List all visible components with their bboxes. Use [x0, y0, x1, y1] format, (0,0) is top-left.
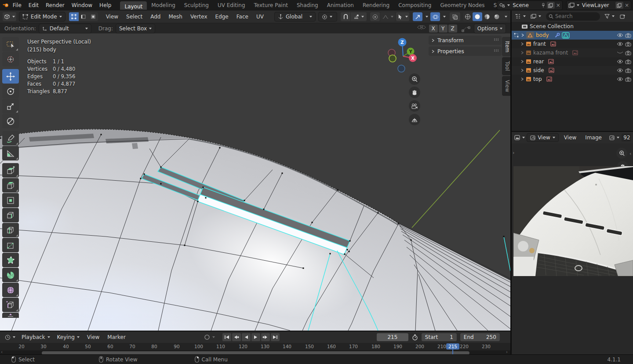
tool-transform[interactable]: [2, 114, 19, 128]
object-name[interactable]: rear: [533, 58, 544, 65]
outliner-filter-dropdown[interactable]: [602, 12, 616, 21]
shading-wireframe-button[interactable]: [463, 12, 473, 21]
next-keyframe-button[interactable]: [261, 333, 270, 341]
expand-chevron-icon[interactable]: [520, 51, 524, 55]
outliner-row-kazama-front[interactable]: kazama front: [512, 48, 633, 57]
menu-render[interactable]: Render: [42, 2, 68, 8]
shading-rendered-button[interactable]: [492, 12, 502, 21]
editmode-mesh-data-icon[interactable]: [562, 32, 570, 39]
perspective-toggle-button[interactable]: [409, 114, 420, 125]
tab-animation[interactable]: Animation: [323, 0, 358, 10]
object-name[interactable]: kazama front: [533, 50, 568, 56]
shading-material-button[interactable]: [482, 12, 492, 21]
tool-move[interactable]: [2, 69, 19, 84]
reference-image[interactable]: [513, 166, 633, 276]
sidebar-tab-item[interactable]: Item: [502, 37, 510, 56]
tab-scripting[interactable]: S: [489, 0, 497, 10]
pivot-point-dropdown[interactable]: [318, 12, 337, 22]
proportional-falloff-dropdown[interactable]: [380, 12, 395, 21]
vertex-select-mode-button[interactable]: [69, 12, 79, 21]
gizmo-neg-z[interactable]: [398, 65, 405, 72]
snap-toggle[interactable]: [341, 12, 350, 21]
jump-to-end-button[interactable]: [271, 333, 280, 341]
render-camera-icon[interactable]: [625, 33, 631, 38]
tab-uv-editing[interactable]: UV Editing: [213, 0, 250, 10]
object-name[interactable]: frant: [533, 41, 546, 47]
tool-loop-cut[interactable]: [2, 223, 19, 237]
auto-keying-toggle[interactable]: [204, 334, 210, 340]
object-name[interactable]: body: [536, 32, 549, 38]
tool-rotate[interactable]: [2, 84, 19, 98]
visibility-eye-icon[interactable]: [617, 77, 623, 81]
menu-image-image[interactable]: Image: [582, 135, 605, 141]
collection-name[interactable]: Scene Collection: [530, 23, 574, 29]
visibility-eye-icon[interactable]: [617, 68, 623, 73]
tool-spin[interactable]: [2, 268, 19, 282]
tab-shading[interactable]: Shading: [292, 0, 323, 10]
tool-add-cube[interactable]: [2, 163, 19, 178]
tool-shrink-fatten[interactable]: [2, 313, 19, 318]
drag-mode-dropdown[interactable]: Select Box: [116, 24, 155, 33]
viewlayer-name[interactable]: ViewLayer: [582, 2, 614, 8]
scene-name[interactable]: Scene: [513, 2, 541, 8]
image-datablock-dropdown[interactable]: [609, 133, 620, 142]
outliner-display-mode-dropdown[interactable]: [529, 12, 543, 21]
expand-chevron-icon[interactable]: [520, 42, 524, 46]
xray-toggle[interactable]: [450, 12, 460, 21]
sidebar-tab-view[interactable]: View: [502, 76, 510, 96]
render-camera-icon[interactable]: [625, 59, 631, 64]
mode-dropdown[interactable]: Edit Mode: [19, 12, 66, 22]
menu-view3d-mesh[interactable]: Mesh: [165, 14, 186, 20]
timeline-ruler[interactable]: 20 30 40 50 60 70 80 90 100 110 120 130 …: [0, 343, 510, 350]
menu-window[interactable]: Window: [68, 2, 96, 8]
tab-sculpting[interactable]: Sculpting: [180, 0, 213, 10]
expand-chevron-icon[interactable]: [520, 69, 524, 72]
tool-poly-build[interactable]: [2, 253, 19, 267]
tab-geometry-nodes[interactable]: Geometry Nodes: [436, 0, 489, 10]
region-toggle-arrow[interactable]: ›: [513, 150, 514, 156]
search-input[interactable]: [553, 12, 597, 20]
visibility-eye-icon[interactable]: [617, 59, 623, 64]
current-frame-field[interactable]: 215: [377, 333, 408, 341]
unlink-scene-button[interactable]: ×: [556, 2, 560, 8]
modifier-wrench-icon[interactable]: [554, 33, 560, 38]
timeline-marker-menu[interactable]: Marker: [104, 334, 129, 340]
image-data-icon[interactable]: [546, 76, 552, 82]
new-viewlayer-button[interactable]: [615, 2, 623, 9]
autokey-dropdown[interactable]: [212, 336, 215, 338]
tool-smooth[interactable]: [2, 283, 19, 297]
zoom-tool-button[interactable]: [409, 73, 420, 85]
menu-help[interactable]: Help: [96, 2, 115, 8]
outliner-row-rear[interactable]: rear: [512, 57, 633, 66]
blender-logo-icon[interactable]: [3, 2, 9, 9]
prev-keyframe-button[interactable]: [232, 333, 241, 341]
menu-view3d-edge[interactable]: Edge: [212, 14, 232, 20]
visibility-eye-icon[interactable]: [617, 33, 623, 37]
tool-cursor[interactable]: [2, 52, 19, 66]
tab-texture-paint[interactable]: Texture Paint: [250, 0, 292, 10]
expand-chevron-icon[interactable]: [521, 33, 524, 37]
tool-bevel[interactable]: [2, 208, 19, 222]
snap-with-dropdown[interactable]: [351, 12, 367, 21]
panel-transform[interactable]: Transform: [429, 36, 502, 45]
navigation-gizmo[interactable]: Z Y X: [385, 37, 422, 74]
menu-view3d-vertex[interactable]: Vertex: [187, 14, 211, 20]
overlays-dropdown[interactable]: [440, 12, 446, 21]
outliner-row-top[interactable]: top: [512, 75, 633, 84]
frame-end-field[interactable]: End250: [460, 333, 500, 341]
tab-modeling[interactable]: Modeling: [147, 0, 180, 10]
tool-measure[interactable]: [2, 146, 19, 160]
image-mode-dropdown[interactable]: View: [527, 133, 558, 142]
tool-inset-faces[interactable]: [2, 193, 19, 207]
tool-select-box[interactable]: [2, 37, 19, 51]
new-collection-button[interactable]: [618, 12, 627, 21]
tab-rendering[interactable]: Rendering: [358, 0, 394, 10]
viewlayer-icon[interactable]: [568, 3, 575, 8]
timeline-editor-type-button[interactable]: [3, 333, 18, 342]
pin-icon[interactable]: [541, 3, 546, 8]
menu-edit[interactable]: Edit: [25, 2, 42, 8]
outliner-row-side[interactable]: side: [512, 66, 633, 75]
tab-layout[interactable]: Layout: [120, 1, 147, 10]
object-name[interactable]: side: [533, 67, 544, 73]
render-camera-icon[interactable]: [625, 42, 631, 47]
